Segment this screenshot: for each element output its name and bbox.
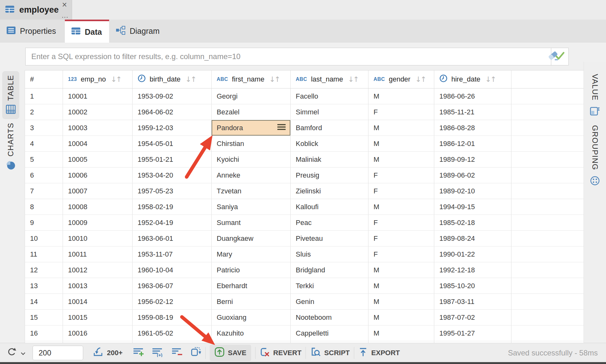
cell-birth_date[interactable]: 1964-06-02 bbox=[133, 104, 212, 120]
cell-first_name[interactable]: Duangkaew bbox=[212, 231, 291, 246]
row-number-cell[interactable]: 4 bbox=[25, 136, 63, 151]
row-number-cell[interactable]: 13 bbox=[25, 278, 63, 294]
cell-last_name[interactable]: Bamford bbox=[291, 120, 368, 136]
revert-button[interactable]: REVERT bbox=[260, 347, 301, 359]
cell-first_name[interactable]: Kazuhito bbox=[212, 325, 291, 341]
column-header-emp_no[interactable]: 123emp_no↓↑ bbox=[63, 70, 133, 88]
cell-last_name[interactable]: Facello bbox=[291, 88, 368, 104]
tab-data[interactable]: Data bbox=[65, 20, 109, 43]
row-number-cell[interactable]: 2 bbox=[25, 104, 63, 120]
cell-gender[interactable]: M bbox=[368, 310, 434, 325]
cell-hire_date[interactable]: 1985-10-20 bbox=[434, 278, 511, 294]
export-button[interactable]: EXPORT bbox=[358, 347, 400, 359]
cell-emp_no[interactable]: 10009 bbox=[63, 215, 133, 230]
cell-gender[interactable]: M bbox=[368, 136, 434, 151]
cell-last_name[interactable]: Cappelletti bbox=[291, 325, 368, 341]
cell-hire_date[interactable]: 1987-03-11 bbox=[434, 294, 511, 309]
cell-first_name[interactable]: Bezalel bbox=[212, 104, 291, 120]
cell-emp_no[interactable]: 10013 bbox=[63, 278, 133, 294]
cell-hire_date[interactable]: 1995-01-27 bbox=[434, 325, 511, 341]
cell-last_name[interactable]: Piveteau bbox=[291, 231, 368, 246]
cell-gender[interactable]: M bbox=[368, 325, 434, 341]
fetch-size-input[interactable] bbox=[33, 346, 83, 360]
cell-first_name[interactable]: Berni bbox=[212, 294, 291, 309]
cell-gender[interactable]: F bbox=[368, 246, 434, 262]
sort-icon[interactable]: ↓↑ bbox=[269, 75, 280, 83]
tab-employee[interactable]: employee bbox=[0, 0, 72, 20]
cell-birth_date[interactable]: 1960-10-04 bbox=[133, 262, 212, 278]
cell-birth_date[interactable]: 1953-04-20 bbox=[133, 167, 212, 183]
row-number-cell[interactable]: 9 bbox=[25, 215, 63, 230]
cell-last_name[interactable]: Nooteboom bbox=[291, 310, 368, 325]
tab-properties[interactable]: Properties bbox=[0, 20, 65, 43]
sort-icon[interactable]: ↓↑ bbox=[185, 75, 196, 83]
panel-tab-table[interactable]: TABLE bbox=[2, 71, 19, 119]
cell-birth_date[interactable]: 1953-09-02 bbox=[133, 88, 212, 104]
row-number-cell[interactable]: 5 bbox=[25, 152, 63, 167]
cell-gender[interactable]: M bbox=[368, 262, 434, 278]
fetch-more-button[interactable]: 200+ bbox=[93, 347, 123, 359]
clear-filter-button[interactable] bbox=[548, 50, 559, 63]
cell-last_name[interactable]: Preusig bbox=[291, 167, 368, 183]
row-number-cell[interactable]: 1 bbox=[25, 88, 63, 104]
duplicate-row-button[interactable]: (+) bbox=[152, 347, 164, 359]
cell-gender[interactable]: F bbox=[368, 231, 434, 246]
cell-hire_date[interactable]: 1986-12-01 bbox=[434, 136, 511, 151]
cell-last_name[interactable]: Simmel bbox=[291, 104, 368, 120]
cell-hire_date[interactable]: 1985-11-21 bbox=[434, 104, 511, 120]
cell-first_name[interactable]: Anneke bbox=[212, 167, 291, 183]
cell-last_name[interactable]: Terkki bbox=[291, 278, 368, 294]
sort-icon[interactable]: ↓↑ bbox=[348, 75, 358, 83]
panel-tab-grouping[interactable]: GROUPING bbox=[584, 125, 606, 187]
cell-birth_date[interactable]: 1956-02-12 bbox=[133, 294, 212, 309]
cell-emp_no[interactable]: 10007 bbox=[63, 183, 133, 199]
cell-first_name[interactable]: Saniya bbox=[212, 199, 291, 215]
cell-hire_date[interactable]: 1994-09-15 bbox=[434, 199, 511, 215]
row-number-cell[interactable]: 14 bbox=[25, 294, 63, 309]
cell-gender[interactable]: F bbox=[368, 215, 434, 230]
cell-first_name[interactable]: Patricio bbox=[212, 262, 291, 278]
cell-gender[interactable]: M bbox=[368, 120, 434, 136]
cell-last_name[interactable]: Sluis bbox=[291, 246, 368, 262]
cell-birth_date[interactable]: 1963-06-01 bbox=[133, 231, 212, 246]
cell-emp_no[interactable]: 10010 bbox=[63, 231, 133, 246]
cell-gender[interactable]: M bbox=[368, 294, 434, 309]
cell-birth_date[interactable]: 1961-05-02 bbox=[133, 325, 212, 341]
cell-gender[interactable]: M bbox=[368, 278, 434, 294]
generate-rows-button[interactable] bbox=[190, 347, 201, 359]
row-number-cell[interactable]: 6 bbox=[25, 167, 63, 183]
highlighted-cell-first_name[interactable]: Pandora bbox=[212, 120, 291, 136]
cell-last_name[interactable]: Maliniak bbox=[291, 152, 368, 167]
cell-birth_date[interactable]: 1957-05-23 bbox=[133, 183, 212, 199]
cell-hire_date[interactable]: 1989-08-24 bbox=[434, 231, 511, 246]
cell-emp_no[interactable]: 10008 bbox=[63, 199, 133, 215]
cell-hire_date[interactable]: 1987-07-02 bbox=[434, 310, 511, 325]
panel-tab-charts[interactable]: CHARTS bbox=[2, 123, 19, 173]
delete-row-button[interactable] bbox=[171, 347, 183, 359]
cell-birth_date[interactable]: 1955-01-21 bbox=[133, 152, 212, 167]
sql-filter-input[interactable] bbox=[26, 48, 551, 65]
row-number-cell[interactable]: 8 bbox=[25, 199, 63, 215]
column-header-first_name[interactable]: ABCfirst_name↓↑ bbox=[212, 70, 291, 88]
row-number-cell[interactable]: 10 bbox=[25, 231, 63, 246]
cell-hire_date[interactable]: 1986-06-26 bbox=[434, 88, 511, 104]
cell-first_name[interactable]: Kyoichi bbox=[212, 152, 291, 167]
cell-hire_date[interactable]: 1985-02-18 bbox=[434, 215, 511, 230]
row-number-cell[interactable]: 12 bbox=[25, 262, 63, 278]
cell-emp_no[interactable]: 10006 bbox=[63, 167, 133, 183]
cell-birth_date[interactable]: 1958-02-19 bbox=[133, 199, 212, 215]
cell-emp_no[interactable]: 10012 bbox=[63, 262, 133, 278]
cell-gender[interactable]: F bbox=[368, 183, 434, 199]
cell-birth_date[interactable]: 1952-04-19 bbox=[133, 215, 212, 230]
cell-menu-icon[interactable] bbox=[277, 124, 286, 132]
cell-last_name[interactable]: Peac bbox=[291, 215, 368, 230]
tab-diagram[interactable]: Diagram bbox=[109, 20, 168, 43]
row-number-cell[interactable]: 16 bbox=[25, 325, 63, 341]
script-button[interactable]: SCRIPT bbox=[310, 347, 350, 359]
column-header-gender[interactable]: ABCgender↓↑ bbox=[368, 70, 434, 88]
cell-birth_date[interactable]: 1954-05-01 bbox=[133, 136, 212, 151]
cell-hire_date[interactable]: 1989-02-10 bbox=[434, 183, 511, 199]
sort-icon[interactable]: ↓↑ bbox=[415, 75, 426, 83]
row-number-cell[interactable]: 7 bbox=[25, 183, 63, 199]
cell-emp_no[interactable]: 10005 bbox=[63, 152, 133, 167]
